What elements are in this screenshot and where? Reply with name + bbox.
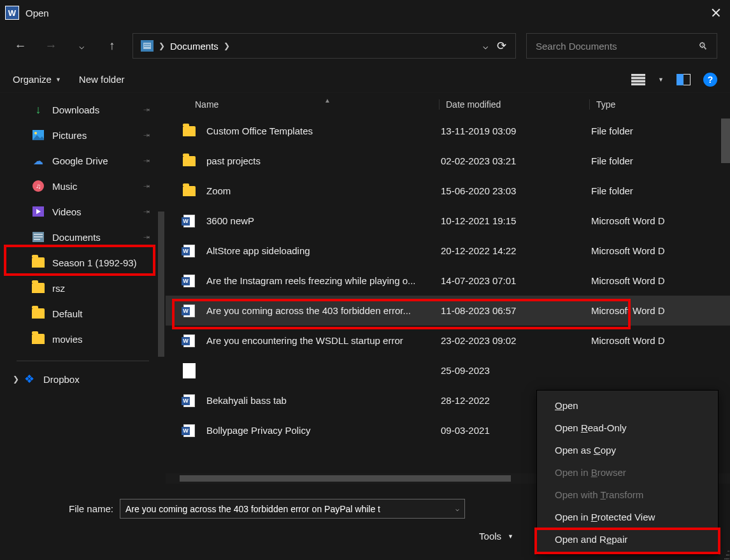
file-name: Are you encountering the WSDLL startup e… — [206, 335, 441, 346]
close-button[interactable] — [708, 5, 724, 20]
ctx-open[interactable]: Open — [537, 394, 718, 417]
svg-rect-8 — [676, 74, 683, 85]
file-date: 10-12-2021 19:15 — [441, 215, 591, 226]
svg-rect-4 — [631, 76, 645, 77]
pin-icon: 📌︎ — [141, 181, 152, 191]
back-button[interactable]: ← — [6, 32, 34, 60]
svg-rect-1 — [144, 44, 150, 45]
ctx-open-and-repair[interactable]: Open and Repair — [537, 528, 718, 550]
file-name: Are the Instagram reels freezing while p… — [206, 275, 441, 286]
file-name: Bollypage Privacy Policy — [206, 425, 441, 436]
sidebar-item-season1[interactable]: Season 1 (1992-93) — [4, 250, 162, 275]
sidebar-item-videos[interactable]: Videos 📌︎ — [4, 199, 162, 224]
file-row[interactable]: Are you coming across the 403 forbidden … — [166, 296, 730, 326]
sidebar-item-dropbox[interactable]: ❯ ❖ Dropbox — [4, 366, 162, 392]
search-placeholder: Search Documents — [536, 41, 617, 52]
column-headers: Name▲ Date modified Type — [166, 93, 730, 116]
blank-file-icon — [183, 363, 196, 378]
sidebar-item-label: rsz — [52, 283, 65, 294]
ctx-open-as-copy[interactable]: Open as Copy — [537, 439, 718, 461]
file-row[interactable]: 3600 newP10-12-2021 19:15Microsoft Word … — [166, 206, 730, 236]
file-date: 25-09-2023 — [441, 365, 591, 376]
forward-button[interactable]: → — [37, 32, 65, 60]
sidebar-item-default[interactable]: Default — [4, 301, 162, 326]
sidebar-item-pictures[interactable]: Pictures 📌︎ — [4, 122, 162, 148]
svg-rect-2 — [144, 46, 150, 47]
sidebar-item-label: movies — [52, 334, 83, 345]
file-name: Zoom — [206, 185, 441, 196]
sidebar-item-label: Music — [52, 181, 77, 192]
search-input[interactable]: Search Documents 🔍︎ — [526, 33, 717, 59]
new-folder-button[interactable]: New folder — [79, 74, 125, 85]
sidebar-item-label: Google Drive — [52, 155, 108, 166]
file-date: 15-06-2020 23:03 — [441, 185, 591, 196]
file-date: 02-02-2023 03:21 — [441, 155, 591, 166]
file-name: past projects — [206, 155, 441, 166]
view-mode-button[interactable] — [630, 73, 647, 87]
svg-rect-15 — [34, 239, 40, 240]
column-name[interactable]: Name▲ — [166, 99, 440, 110]
ctx-open-read-only[interactable]: Open Read-Only — [537, 417, 718, 439]
file-type: Microsoft Word D — [591, 275, 730, 286]
svg-rect-5 — [631, 79, 645, 80]
file-row[interactable]: Custom Office Templates13-11-2019 03:09F… — [166, 116, 730, 146]
file-row[interactable]: past projects02-02-2023 03:21File folder — [166, 146, 730, 176]
documents-path-icon — [141, 40, 154, 52]
file-row[interactable]: Are the Instagram reels freezing while p… — [166, 266, 730, 296]
preview-pane-button[interactable] — [675, 73, 692, 87]
tools-button[interactable]: Tools ▼ — [479, 531, 513, 542]
ctx-open-in-browser: Open in Browser — [537, 461, 718, 484]
file-row[interactable]: Are you encountering the WSDLL startup e… — [166, 326, 730, 355]
file-date: 23-02-2023 09:02 — [441, 335, 591, 346]
help-icon[interactable]: ? — [703, 73, 717, 87]
file-date: 20-12-2022 14:22 — [441, 245, 591, 256]
sidebar-item-rsz[interactable]: rsz — [4, 275, 162, 301]
toolbar: Organize▼ New folder ▼ ? — [0, 66, 730, 93]
svg-rect-14 — [34, 236, 43, 238]
refresh-icon[interactable]: ⟳ — [497, 39, 506, 53]
organize-button[interactable]: Organize▼ — [13, 74, 61, 85]
window-title: Open — [25, 8, 49, 18]
sidebar-item-movies[interactable]: movies — [4, 326, 162, 352]
list-scrollbar[interactable] — [721, 118, 730, 163]
up-button[interactable]: ↑ — [98, 32, 126, 60]
chevron-right-icon[interactable]: ❯ — [13, 375, 19, 384]
column-type[interactable]: Type — [590, 99, 730, 110]
column-date[interactable]: Date modified — [440, 99, 590, 110]
ctx-open-protected-view[interactable]: Open in Protected View — [537, 506, 718, 528]
chevron-down-icon[interactable]: ⌵ — [455, 505, 459, 512]
file-date: 13-11-2019 03:09 — [441, 126, 591, 136]
dropbox-icon: ❖ — [23, 373, 36, 385]
word-app-icon: W — [5, 6, 19, 20]
sidebar: ↓ Downloads 📌︎ Pictures 📌︎ ☁ Google Driv… — [0, 93, 166, 484]
sidebar-item-label: Dropbox — [43, 374, 80, 385]
pin-icon: 📌︎ — [141, 206, 152, 217]
sidebar-item-music[interactable]: ♫ Music 📌︎ — [4, 173, 162, 199]
file-row[interactable]: AltStore app sideloading20-12-2022 14:22… — [166, 236, 730, 266]
chevron-down-icon: ▼ — [508, 533, 513, 540]
sidebar-item-documents[interactable]: Documents 📌︎ — [4, 224, 162, 250]
folder-icon — [32, 282, 45, 294]
sidebar-item-downloads[interactable]: ↓ Downloads 📌︎ — [4, 97, 162, 122]
word-doc-icon — [183, 424, 195, 437]
sidebar-item-google-drive[interactable]: ☁ Google Drive 📌︎ — [4, 148, 162, 173]
chevron-right-icon[interactable]: ❯ — [224, 41, 230, 50]
svg-rect-13 — [34, 234, 43, 235]
file-row[interactable]: Zoom15-06-2020 23:03File folder — [166, 176, 730, 206]
file-name: AltStore app sideloading — [206, 245, 441, 256]
word-doc-icon — [183, 245, 195, 257]
gdrive-icon: ☁ — [32, 155, 45, 166]
view-dropdown-icon[interactable]: ▼ — [658, 76, 664, 83]
search-icon: 🔍︎ — [698, 41, 708, 52]
file-name-input[interactable]: Are you coming across the 403 forbidden … — [120, 499, 465, 519]
path-segment[interactable]: Documents — [170, 41, 218, 52]
titlebar: W Open — [0, 0, 730, 25]
folder-icon — [32, 333, 45, 345]
address-bar[interactable]: ❯ Documents ❯ ⌵ ⟳ — [132, 33, 516, 59]
sidebar-scrollbar[interactable] — [158, 212, 164, 357]
file-row[interactable]: 25-09-2023 — [166, 355, 730, 385]
resize-grip[interactable]: ............ — [724, 547, 729, 559]
word-doc-icon — [183, 305, 195, 317]
address-dropdown-icon[interactable]: ⌵ — [483, 41, 488, 51]
recent-locations-button[interactable]: ⌵ — [68, 32, 96, 60]
